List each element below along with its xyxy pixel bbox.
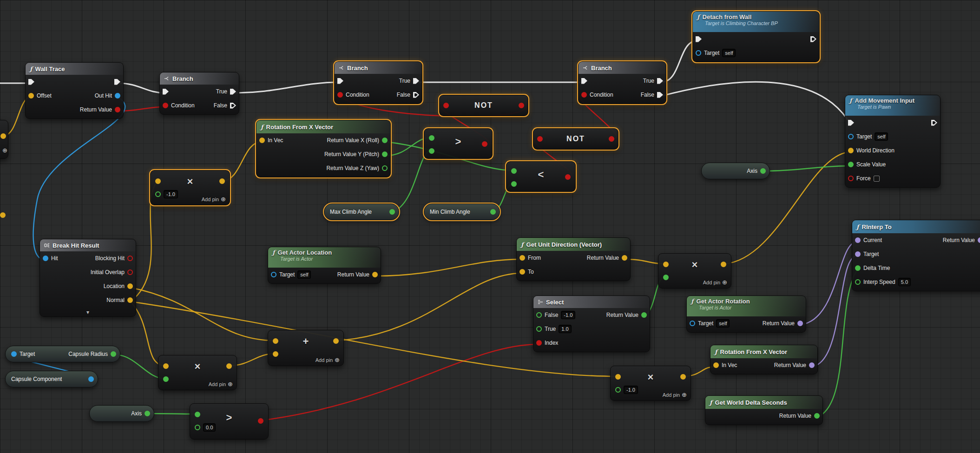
false-exec-pin[interactable] — [413, 92, 419, 98]
branch-node-3[interactable]: Branch True Condition False — [578, 61, 666, 104]
true-value-box[interactable]: 1.0 — [559, 325, 571, 333]
return-value-y-pin[interactable] — [382, 151, 388, 157]
less-node-1[interactable]: < — [506, 161, 576, 192]
bool-in-pin[interactable] — [443, 103, 449, 108]
value-out-pin[interactable] — [145, 411, 150, 416]
true-option-pin[interactable] — [536, 326, 542, 332]
input-b-pin[interactable] — [195, 425, 200, 430]
expand-chevron-icon[interactable]: ▾ — [40, 309, 136, 316]
min-climb-angle-getter[interactable]: Min Climb Angle — [424, 204, 500, 220]
output-pin[interactable] — [565, 174, 571, 180]
return-value-x-pin[interactable] — [382, 138, 388, 143]
output-pin[interactable] — [0, 133, 6, 139]
input-b-pin[interactable] — [615, 387, 621, 393]
greater-node-1[interactable]: > — [424, 128, 493, 159]
bool-in-pin[interactable] — [537, 136, 543, 142]
true-exec-pin[interactable] — [657, 78, 663, 84]
exec-in-pin[interactable] — [337, 78, 343, 84]
out-hit-pin[interactable] — [115, 93, 120, 98]
rotation-from-x-vector-node[interactable]: ƒ Rotation From X Vector In Vec Return V… — [256, 120, 391, 177]
greater-node-2[interactable]: 0.0 > — [190, 403, 269, 440]
input-b-pin[interactable] — [429, 148, 434, 154]
self-value-box[interactable]: self — [297, 270, 311, 279]
value-out-pin[interactable] — [111, 351, 116, 357]
delta-time-pin[interactable] — [855, 265, 861, 271]
get-world-delta-seconds-node[interactable]: ƒ Get World Delta Seconds Return Value — [705, 395, 823, 425]
condition-pin[interactable] — [337, 92, 343, 98]
rinterp-to-node[interactable]: ƒ RInterp To Current Return Value Target… — [852, 220, 980, 291]
exec-in-pin[interactable] — [581, 78, 587, 84]
return-value-pin[interactable] — [641, 312, 647, 318]
index-pin[interactable] — [536, 340, 542, 346]
target-pin[interactable] — [11, 351, 17, 357]
interp-speed-value-box[interactable]: 5.0 — [898, 278, 911, 286]
exec-in-pin[interactable] — [28, 79, 34, 85]
output-pin[interactable] — [333, 338, 339, 344]
branch-node-1[interactable]: Branch True Condition False — [159, 72, 239, 115]
in-vec-pin[interactable] — [713, 362, 719, 368]
target-pin[interactable] — [271, 272, 276, 277]
location-pin[interactable] — [127, 283, 133, 289]
axis-getter-top[interactable]: Axis — [701, 163, 770, 179]
output-pin[interactable] — [226, 363, 232, 369]
value-out-pin[interactable] — [760, 168, 766, 174]
output-pin[interactable] — [482, 141, 487, 147]
target-pin[interactable] — [696, 50, 701, 56]
add-pin-button[interactable]: Add pin⊕ — [663, 391, 687, 398]
return-value-pin[interactable] — [797, 321, 803, 326]
input-b-pin[interactable] — [511, 181, 517, 187]
hit-pin[interactable] — [43, 256, 48, 261]
target-pin[interactable] — [855, 251, 861, 257]
multiply-node-3[interactable]: -1.0 × Add pin⊕ — [610, 366, 691, 401]
detach-from-wall-node[interactable]: ƒ Detach from Wall Target is Climbing Ch… — [692, 11, 820, 62]
target-pin[interactable] — [848, 134, 854, 139]
axis-getter-bottom[interactable]: Axis — [89, 405, 154, 422]
from-pin[interactable] — [520, 255, 525, 261]
capsule-component-getter[interactable]: Capsule Component — [5, 371, 98, 387]
rotation-from-x-vector-node-2[interactable]: ƒ Rotation From X Vector In Vec Return V… — [710, 345, 818, 374]
multiply-node-2[interactable]: × Add pin⊕ — [658, 253, 731, 289]
value-box[interactable]: -1.0 — [624, 386, 638, 394]
value-box[interactable]: 0.0 — [203, 423, 216, 432]
exec-out-pin[interactable] — [114, 79, 120, 85]
add-movement-input-node[interactable]: ƒ Add Movement Input Target is Pawn Targ… — [845, 95, 941, 188]
branch-node-2[interactable]: Branch True Condition False — [334, 61, 422, 104]
add-pin-button[interactable]: Add pin⊕ — [316, 356, 340, 363]
condition-pin[interactable] — [581, 92, 587, 98]
value-out-pin[interactable] — [389, 209, 395, 215]
capsule-radius-getter[interactable]: Target Capsule Radius — [5, 346, 120, 362]
bool-out-pin[interactable] — [519, 103, 524, 108]
partial-pin-left[interactable] — [0, 212, 6, 218]
get-actor-location-node[interactable]: ƒ Get Actor Location Target is Actor Tar… — [268, 247, 381, 284]
input-b-pin[interactable] — [663, 275, 669, 280]
bool-out-pin[interactable] — [609, 136, 614, 142]
exec-in-pin[interactable] — [848, 120, 854, 126]
false-exec-pin[interactable] — [230, 103, 236, 109]
to-pin[interactable] — [520, 269, 525, 275]
not-node-1[interactable]: NOT — [439, 95, 528, 116]
force-pin[interactable] — [848, 176, 854, 181]
add-pin-button[interactable]: Add pin⊕ — [703, 279, 727, 286]
exec-out-pin[interactable] — [931, 120, 937, 126]
graph-canvas[interactable]: ⊕ ƒ Wall Trace Offset Out Hit Return Val… — [0, 0, 980, 453]
output-pin[interactable] — [219, 178, 225, 184]
break-hit-result-node[interactable]: Break Hit Result Hit Blocking Hit Initia… — [39, 239, 136, 317]
exec-out-pin[interactable] — [810, 36, 816, 42]
max-climb-angle-getter[interactable]: Max Climb Angle — [324, 204, 399, 220]
offset-pin[interactable] — [28, 93, 34, 98]
add-node[interactable]: + Add pin⊕ — [268, 330, 344, 366]
return-value-pin[interactable] — [809, 362, 815, 368]
output-pin[interactable] — [258, 418, 263, 424]
add-pin-button[interactable]: Add pin⊕ — [202, 196, 226, 203]
partial-node-left[interactable]: ⊕ — [0, 120, 8, 159]
not-node-2[interactable]: NOT — [533, 128, 618, 150]
world-direction-pin[interactable] — [848, 148, 854, 153]
true-exec-pin[interactable] — [230, 89, 236, 95]
false-value-box[interactable]: -1.0 — [561, 311, 575, 319]
output-pin[interactable] — [721, 262, 726, 267]
get-unit-direction-node[interactable]: ƒ Get Unit Direction (Vector) From Retur… — [516, 237, 631, 281]
true-exec-pin[interactable] — [413, 78, 419, 84]
wall-trace-node[interactable]: ƒ Wall Trace Offset Out Hit Return Value — [25, 62, 124, 119]
value-out-pin[interactable] — [490, 209, 496, 215]
in-vec-pin[interactable] — [259, 138, 265, 143]
